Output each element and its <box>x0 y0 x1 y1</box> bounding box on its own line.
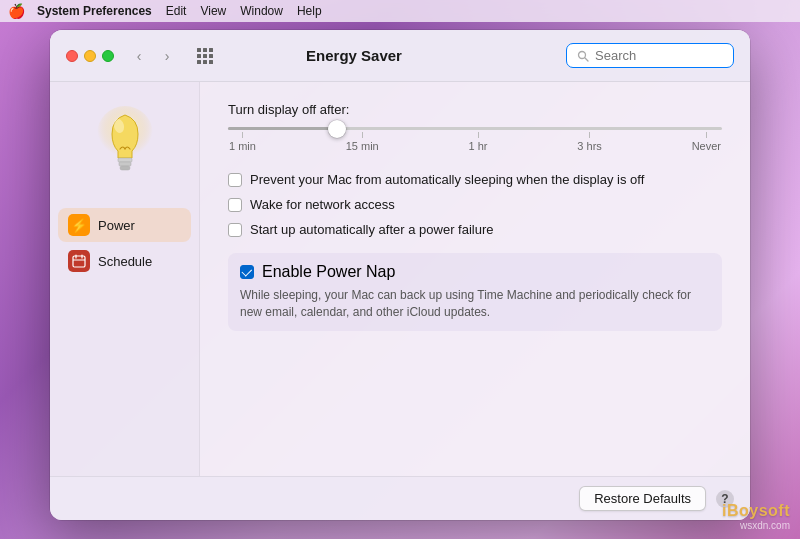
schedule-icon <box>68 250 90 272</box>
bottom-bar: Restore Defaults ? <box>50 476 750 520</box>
checkbox-sleep-label: Prevent your Mac from automatically slee… <box>250 172 644 187</box>
slider-label: Turn display off after: <box>228 102 722 117</box>
menu-edit[interactable]: Edit <box>166 4 187 18</box>
tick-label: 1 min <box>229 140 256 152</box>
main-window: ‹ › Energy Saver <box>50 30 750 520</box>
minimize-button[interactable] <box>84 50 96 62</box>
tick-label: 15 min <box>346 140 379 152</box>
tick-label: Never <box>692 140 721 152</box>
slider-fill <box>228 127 337 130</box>
menu-view[interactable]: View <box>200 4 226 18</box>
checkbox-row-startup: Start up automatically after a power fai… <box>228 222 722 237</box>
watermark: iBoysoft wsxdn.com <box>722 502 790 531</box>
menu-help[interactable]: Help <box>297 4 322 18</box>
menu-system-preferences[interactable]: System Preferences <box>37 4 152 18</box>
svg-rect-5 <box>120 166 130 170</box>
checkbox-row-network: Wake for network access <box>228 197 722 212</box>
checkbox-startup[interactable] <box>228 223 242 237</box>
sidebar-item-schedule-label: Schedule <box>98 254 152 269</box>
sidebar-item-power-label: Power <box>98 218 135 233</box>
checkbox-network[interactable] <box>228 198 242 212</box>
tick-3hrs: 3 hrs <box>577 132 601 152</box>
title-bar: ‹ › Energy Saver <box>50 30 750 82</box>
tick-1hr: 1 hr <box>469 132 488 152</box>
checkboxes-section: Prevent your Mac from automatically slee… <box>228 172 722 237</box>
sidebar-item-power[interactable]: ⚡ Power <box>58 208 191 242</box>
tick-mark <box>362 132 363 138</box>
checkbox-startup-label: Start up automatically after a power fai… <box>250 222 494 237</box>
slider-container[interactable] <box>228 127 722 130</box>
restore-defaults-button[interactable]: Restore Defaults <box>579 486 706 511</box>
tick-mark <box>589 132 590 138</box>
sidebar-nav: ⚡ Power Schedule <box>58 208 191 278</box>
checkbox-sleep[interactable] <box>228 173 242 187</box>
watermark-sub: wsxdn.com <box>740 520 790 531</box>
menu-window[interactable]: Window <box>240 4 283 18</box>
traffic-lights <box>66 50 114 62</box>
close-button[interactable] <box>66 50 78 62</box>
power-nap-section: Enable Power Nap While sleeping, your Ma… <box>228 253 722 331</box>
checkbox-network-label: Wake for network access <box>250 197 395 212</box>
menu-bar: 🍎 System Preferences Edit View Window He… <box>0 0 800 22</box>
apple-menu[interactable]: 🍎 <box>8 3 25 19</box>
search-icon <box>577 50 589 62</box>
tick-label: 1 hr <box>469 140 488 152</box>
tick-15min: 15 min <box>346 132 379 152</box>
maximize-button[interactable] <box>102 50 114 62</box>
checkbox-row-sleep: Prevent your Mac from automatically slee… <box>228 172 722 187</box>
back-button[interactable]: ‹ <box>126 43 152 69</box>
watermark-brand: iBoysoft <box>722 502 790 520</box>
power-nap-header: Enable Power Nap <box>240 263 710 281</box>
svg-rect-3 <box>118 158 132 162</box>
tick-never: Never <box>692 132 721 152</box>
energy-saver-icon <box>85 98 165 188</box>
tick-mark <box>478 132 479 138</box>
svg-line-1 <box>585 57 588 60</box>
search-box[interactable] <box>566 43 734 68</box>
checkbox-power-nap[interactable] <box>240 265 254 279</box>
svg-rect-4 <box>119 162 131 166</box>
tick-label: 3 hrs <box>577 140 601 152</box>
main-panel: Turn display off after: 1 min 15 min <box>200 82 750 476</box>
content-area: ⚡ Power Schedule <box>50 82 750 476</box>
slider-thumb[interactable] <box>328 120 346 138</box>
slider-track <box>228 127 722 130</box>
power-nap-label: Enable Power Nap <box>262 263 395 281</box>
tick-1min: 1 min <box>229 132 256 152</box>
sidebar-item-schedule[interactable]: Schedule <box>58 244 191 278</box>
tick-mark <box>706 132 707 138</box>
power-icon: ⚡ <box>68 214 90 236</box>
sidebar: ⚡ Power Schedule <box>50 82 200 476</box>
slider-ticks: 1 min 15 min 1 hr 3 hrs <box>228 132 722 152</box>
window-title: Energy Saver <box>150 47 558 64</box>
slider-section: Turn display off after: 1 min 15 min <box>228 102 722 152</box>
svg-rect-7 <box>73 256 85 267</box>
tick-mark <box>242 132 243 138</box>
power-nap-description: While sleeping, your Mac can back up usi… <box>240 287 710 321</box>
search-input[interactable] <box>595 48 723 63</box>
